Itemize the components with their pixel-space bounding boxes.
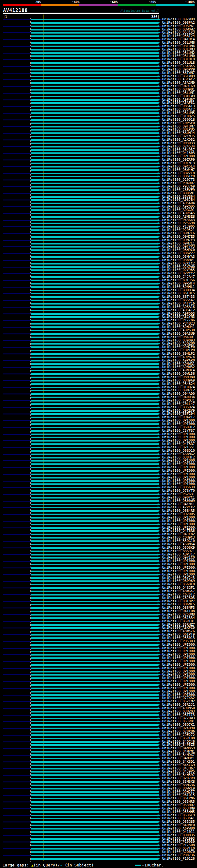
alignment-bar[interactable] bbox=[31, 159, 158, 161]
alignment-bar[interactable] bbox=[31, 243, 158, 245]
alignment-bar[interactable] bbox=[31, 587, 158, 589]
alignment-bar[interactable] bbox=[31, 213, 158, 214]
alignment-bar[interactable] bbox=[31, 748, 158, 749]
alignment-bar[interactable] bbox=[31, 821, 158, 823]
alignment-bar[interactable] bbox=[31, 440, 158, 441]
alignment-bar[interactable] bbox=[31, 233, 158, 234]
alignment-bar[interactable] bbox=[31, 721, 158, 722]
alignment-bar[interactable] bbox=[31, 310, 158, 311]
alignment-bar[interactable] bbox=[31, 500, 158, 502]
alignment-bar[interactable] bbox=[31, 701, 158, 702]
alignment-bar[interactable] bbox=[31, 149, 158, 151]
alignment-bar[interactable] bbox=[31, 390, 158, 391]
alignment-bar[interactable] bbox=[31, 397, 158, 398]
alignment-bar[interactable] bbox=[31, 454, 158, 455]
alignment-bar[interactable] bbox=[31, 845, 158, 846]
alignment-bar[interactable] bbox=[31, 327, 158, 328]
alignment-bar[interactable] bbox=[31, 407, 158, 408]
alignment-bar[interactable] bbox=[31, 537, 158, 538]
alignment-bar[interactable] bbox=[31, 434, 158, 435]
alignment-bar[interactable] bbox=[31, 45, 158, 47]
alignment-bar[interactable] bbox=[31, 560, 158, 562]
alignment-bar[interactable] bbox=[31, 805, 158, 806]
alignment-bar[interactable] bbox=[31, 203, 158, 204]
alignment-bar[interactable] bbox=[31, 574, 158, 576]
alignment-bar[interactable] bbox=[31, 82, 158, 84]
alignment-bar[interactable] bbox=[31, 744, 158, 746]
alignment-bar[interactable] bbox=[31, 49, 158, 51]
alignment-bar[interactable] bbox=[31, 55, 158, 57]
alignment-bar[interactable] bbox=[31, 731, 158, 733]
alignment-bar[interactable] bbox=[31, 283, 158, 284]
alignment-bar[interactable] bbox=[31, 256, 158, 258]
alignment-bar[interactable] bbox=[31, 400, 158, 402]
alignment-bar[interactable] bbox=[31, 19, 158, 20]
alignment-bar[interactable] bbox=[31, 711, 158, 713]
alignment-bar[interactable] bbox=[31, 497, 158, 498]
alignment-bar[interactable] bbox=[31, 373, 158, 375]
alignment-bar[interactable] bbox=[31, 72, 158, 74]
alignment-bar[interactable] bbox=[31, 507, 158, 508]
alignment-bar[interactable] bbox=[31, 724, 158, 726]
alignment-bar[interactable] bbox=[31, 704, 158, 706]
alignment-bar[interactable] bbox=[31, 577, 158, 579]
alignment-bar[interactable] bbox=[31, 183, 158, 184]
alignment-bar[interactable] bbox=[31, 557, 158, 559]
alignment-bar[interactable] bbox=[31, 59, 158, 60]
alignment-bar[interactable] bbox=[31, 547, 158, 549]
alignment-bar[interactable] bbox=[31, 346, 158, 348]
alignment-bar[interactable] bbox=[31, 828, 158, 830]
alignment-bar[interactable] bbox=[31, 223, 158, 224]
alignment-bar[interactable] bbox=[31, 246, 158, 248]
alignment-bar[interactable] bbox=[31, 276, 158, 278]
alignment-bar[interactable] bbox=[31, 119, 158, 121]
alignment-bar[interactable] bbox=[31, 510, 158, 512]
alignment-bar[interactable] bbox=[31, 788, 158, 789]
alignment-bar[interactable] bbox=[31, 186, 158, 188]
alignment-bar[interactable] bbox=[31, 410, 158, 412]
alignment-bar[interactable] bbox=[31, 320, 158, 321]
alignment-bar[interactable] bbox=[31, 330, 158, 331]
alignment-bar[interactable] bbox=[31, 460, 158, 462]
alignment-bar[interactable] bbox=[31, 126, 158, 127]
alignment-bar[interactable] bbox=[31, 801, 158, 803]
alignment-bar[interactable] bbox=[31, 698, 158, 699]
alignment-bar[interactable] bbox=[31, 273, 158, 274]
alignment-bar[interactable] bbox=[31, 253, 158, 254]
alignment-bar[interactable] bbox=[31, 694, 158, 696]
alignment-bar[interactable] bbox=[31, 661, 158, 662]
alignment-bar[interactable] bbox=[31, 765, 158, 766]
alignment-bar[interactable] bbox=[31, 280, 158, 281]
alignment-bar[interactable] bbox=[31, 306, 158, 308]
alignment-bar[interactable] bbox=[31, 166, 158, 167]
alignment-bar[interactable] bbox=[31, 651, 158, 652]
alignment-bar[interactable] bbox=[31, 638, 158, 639]
alignment-bar[interactable] bbox=[31, 467, 158, 468]
alignment-bar[interactable] bbox=[31, 132, 158, 134]
alignment-bar[interactable] bbox=[31, 249, 158, 251]
alignment-bar[interactable] bbox=[31, 634, 158, 636]
alignment-bar[interactable] bbox=[31, 681, 158, 682]
alignment-bar[interactable] bbox=[31, 323, 158, 324]
alignment-bar[interactable] bbox=[31, 383, 158, 385]
alignment-bar[interactable] bbox=[31, 42, 158, 44]
alignment-bar[interactable] bbox=[31, 209, 158, 211]
alignment-bar[interactable] bbox=[31, 179, 158, 181]
alignment-bar[interactable] bbox=[31, 848, 158, 849]
alignment-bar[interactable] bbox=[31, 259, 158, 261]
alignment-bar[interactable] bbox=[31, 708, 158, 709]
alignment-bar[interactable] bbox=[31, 831, 158, 833]
alignment-bar[interactable] bbox=[31, 176, 158, 177]
alignment-bar[interactable] bbox=[31, 671, 158, 673]
alignment-bar[interactable] bbox=[31, 66, 158, 67]
alignment-bar[interactable] bbox=[31, 684, 158, 686]
alignment-bar[interactable] bbox=[31, 313, 158, 315]
alignment-bar[interactable] bbox=[31, 143, 158, 144]
alignment-bar[interactable] bbox=[31, 627, 158, 629]
alignment-bar[interactable] bbox=[31, 443, 158, 445]
alignment-bar[interactable] bbox=[31, 654, 158, 655]
alignment-bar[interactable] bbox=[31, 751, 158, 752]
alignment-bar[interactable] bbox=[31, 691, 158, 692]
alignment-bar[interactable] bbox=[31, 427, 158, 428]
alignment-bar[interactable] bbox=[31, 601, 158, 602]
